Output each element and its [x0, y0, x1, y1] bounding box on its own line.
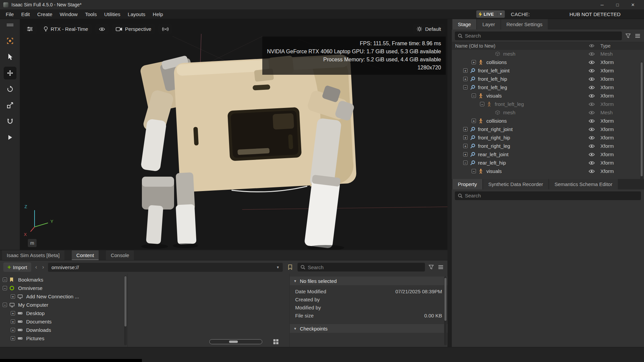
stage-row-rear-left-joint[interactable]: + rear_left_joint Xform	[452, 150, 644, 159]
thumbnail-size-slider-handle[interactable]	[229, 341, 238, 343]
expand-toggle-icon[interactable]: +	[463, 68, 468, 73]
toolbar-grip[interactable]	[4, 21, 16, 29]
stage-row-front-left-joint[interactable]: + front_left_joint Xform	[452, 66, 644, 75]
visibility-eye-icon[interactable]	[583, 60, 600, 64]
expand-toggle-icon[interactable]: +	[472, 60, 476, 64]
visibility-eye-icon[interactable]	[583, 169, 600, 173]
collapse-toggle-icon[interactable]: −	[472, 169, 476, 173]
menu-layouts[interactable]: Layouts	[124, 9, 149, 19]
tab-isaac-sim-assets-beta[interactable]: Isaac Sim Assets [Beta]	[2, 250, 64, 260]
menu-window[interactable]: Window	[56, 9, 81, 19]
expand-toggle-icon[interactable]: +	[463, 144, 468, 148]
checkpoints-header[interactable]: ▼ Checkpoints	[290, 324, 447, 333]
visibility-eye-icon[interactable]	[583, 94, 600, 98]
visibility-eye-icon[interactable]	[583, 127, 600, 131]
snap-tool[interactable]	[4, 115, 16, 128]
menu-help[interactable]: Help	[149, 9, 167, 19]
back-button[interactable]: ‹	[34, 264, 38, 270]
menu-file[interactable]: File	[2, 9, 17, 19]
tree-item-downloads[interactable]: + Downloads	[0, 326, 127, 334]
viewport-3d[interactable]: RTX - Real-TimePerspective Default FPS: …	[20, 19, 447, 250]
stage-row-front-left-hip[interactable]: + front_left_hip Xform	[452, 75, 644, 83]
tree-item-documents[interactable]: + Documents	[0, 317, 127, 326]
maximize-button[interactable]: □	[610, 0, 625, 9]
menu-create[interactable]: Create	[34, 9, 56, 19]
selection-mode-tool[interactable]	[4, 35, 16, 47]
import-button[interactable]: + Import	[3, 262, 31, 272]
visibility-eye-icon[interactable]	[583, 111, 600, 115]
menu-tools[interactable]: Tools	[81, 9, 100, 19]
tree-item-my-computer[interactable]: − My Computer	[0, 301, 127, 309]
expand-toggle-icon[interactable]: +	[472, 119, 476, 123]
filter-icon[interactable]	[625, 34, 631, 38]
move-tool[interactable]	[4, 67, 16, 79]
select-tool[interactable]	[4, 51, 16, 63]
visibility-eye-icon[interactable]	[583, 69, 600, 73]
column-type-header[interactable]: Type	[600, 43, 644, 49]
visibility-eye-icon[interactable]	[583, 85, 600, 89]
visibility-menu-button[interactable]	[95, 24, 109, 34]
tab-render-settings[interactable]: Render Settings	[501, 19, 548, 29]
tab-stage[interactable]: Stage	[452, 19, 476, 29]
scale-tool[interactable]	[4, 99, 16, 112]
visibility-eye-icon[interactable]	[583, 77, 600, 81]
expand-toggle-icon[interactable]: +	[11, 319, 15, 324]
stage-row-mesh[interactable]: mesh Mesh	[452, 108, 644, 117]
stage-row-front-left-leg[interactable]: − front_left_leg Xform	[452, 83, 644, 92]
grid-view-icon[interactable]	[272, 339, 279, 345]
tree-item-desktop[interactable]: + Desktop	[0, 309, 127, 317]
content-options-icon[interactable]	[437, 265, 444, 269]
content-search-input[interactable]: Search	[298, 263, 425, 272]
tree-item-pictures[interactable]: + Pictures	[0, 334, 127, 343]
expand-toggle-icon[interactable]: +	[463, 152, 468, 157]
visibility-eye-icon[interactable]	[583, 136, 600, 140]
camera-dropdown[interactable]: Perspective	[112, 24, 155, 34]
viewport-settings-button[interactable]	[23, 24, 37, 34]
stage-row-front-left-leg[interactable]: − front_left_leg Xform	[452, 100, 644, 108]
collapse-toggle-icon[interactable]: −	[3, 278, 7, 282]
expand-toggle-icon[interactable]: +	[11, 311, 15, 315]
stage-options-icon[interactable]	[634, 34, 641, 38]
live-button[interactable]: LIVE ▼	[476, 10, 505, 18]
collapse-toggle-icon[interactable]: −	[3, 303, 7, 307]
stage-row-visuals[interactable]: − visuals Xform	[452, 92, 644, 100]
menu-edit[interactable]: Edit	[17, 9, 34, 19]
renderer-dropdown[interactable]: RTX - Real-Time	[40, 24, 92, 34]
stage-row-collisions[interactable]: + collisions Xform	[452, 58, 644, 66]
stage-row-front-right-joint[interactable]: + front_right_joint Xform	[452, 125, 644, 133]
stage-row-rear-left-hip[interactable]: − rear_left_hip Xform	[452, 159, 644, 167]
expand-toggle-icon[interactable]: +	[11, 328, 15, 332]
content-filter-icon[interactable]	[428, 265, 434, 269]
expand-toggle-icon[interactable]: +	[463, 127, 468, 131]
close-button[interactable]: ✕	[625, 0, 641, 9]
property-search-input[interactable]: Search	[455, 191, 641, 200]
content-tree-scrollbar-thumb[interactable]	[124, 276, 126, 326]
collapse-toggle-icon[interactable]: −	[3, 286, 7, 290]
expand-toggle-icon[interactable]: +	[463, 77, 468, 81]
visibility-eye-icon[interactable]	[583, 161, 600, 165]
stage-scrollbar-thumb[interactable]	[641, 62, 643, 176]
tab-console[interactable]: Console	[106, 250, 134, 260]
tab-content[interactable]: Content	[72, 250, 99, 260]
stage-row-front-right-leg[interactable]: + front_right_leg Xform	[452, 142, 644, 150]
live-dropdown-chevron-icon[interactable]: ▼	[497, 12, 502, 16]
tab-semantics-schema-editor[interactable]: Semantics Schema Editor	[549, 179, 618, 189]
stage-row-collisions[interactable]: + collisions Xform	[452, 117, 644, 125]
collapse-toggle-icon[interactable]: −	[472, 94, 476, 98]
visibility-eye-icon[interactable]	[583, 144, 600, 148]
content-tree-scrollbar[interactable]	[124, 276, 127, 345]
visibility-eye-icon[interactable]	[583, 52, 600, 56]
waypoint-button[interactable]	[158, 24, 172, 34]
expand-toggle-icon[interactable]: +	[11, 294, 15, 299]
path-field[interactable]: omniverse:// ▼	[48, 263, 283, 272]
visibility-eye-icon[interactable]	[583, 119, 600, 123]
details-scrollbar-thumb[interactable]	[444, 278, 446, 321]
expand-toggle-icon[interactable]: +	[11, 336, 15, 341]
thumbnail-size-slider[interactable]	[209, 339, 262, 344]
bookmark-path-icon[interactable]	[286, 263, 294, 272]
play-button[interactable]	[4, 131, 16, 144]
expand-toggle-icon[interactable]: +	[463, 135, 468, 140]
visibility-eye-icon[interactable]	[583, 102, 600, 106]
rotate-tool[interactable]	[4, 83, 16, 96]
column-name-header[interactable]: Name (Old to New)	[452, 43, 583, 49]
